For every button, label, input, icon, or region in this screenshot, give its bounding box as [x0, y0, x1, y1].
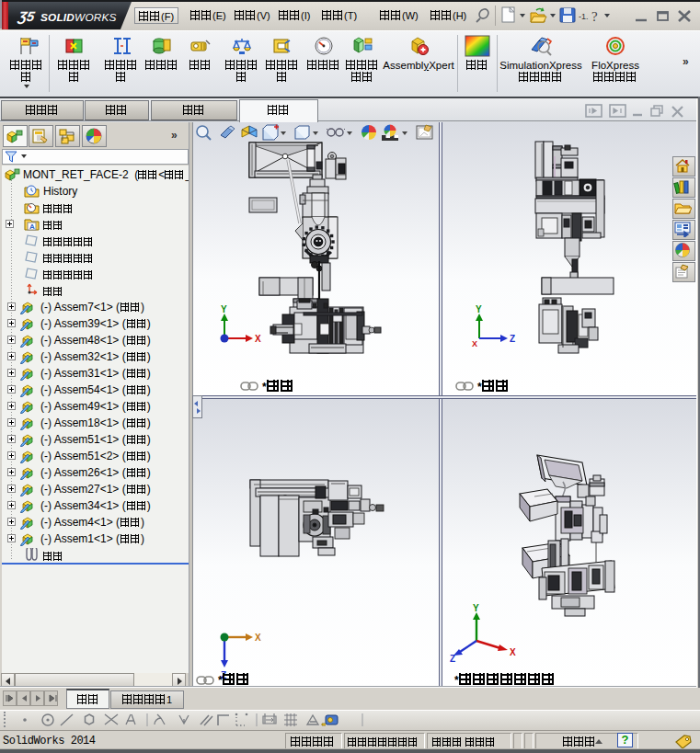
svg-text:X: X	[255, 633, 261, 643]
svg-text:Y: Y	[473, 603, 479, 613]
svg-text:Y: Y	[221, 304, 227, 314]
svg-text:-1.: -1.	[579, 12, 589, 21]
svg-text:Z: Z	[450, 654, 455, 662]
svg-text:Ʒ5: Ʒ5	[17, 8, 37, 24]
svg-text:Y: Y	[476, 304, 482, 314]
svg-text:X: X	[255, 334, 261, 344]
svg-text:A: A	[29, 222, 35, 231]
svg-text:Z: Z	[510, 334, 515, 344]
svg-text:X: X	[510, 647, 516, 657]
svg-text:?: ?	[591, 9, 598, 24]
svg-text:X: X	[472, 339, 477, 348]
svg-text:SOLIDWORKS: SOLIDWORKS	[40, 11, 117, 24]
